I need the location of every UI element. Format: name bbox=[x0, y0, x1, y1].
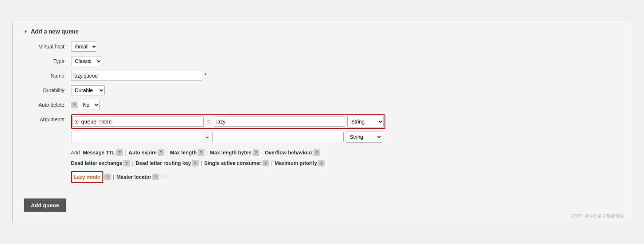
collapse-icon[interactable]: ▼ bbox=[24, 29, 28, 34]
name-label: Name: bbox=[24, 73, 71, 79]
hint-auto-expire[interactable]: Auto expire bbox=[129, 148, 157, 158]
dead-letter-exchange-help[interactable]: ? bbox=[123, 160, 130, 166]
hint-message-ttl[interactable]: Message TTL bbox=[83, 148, 115, 158]
arg-type-select-1[interactable]: String Number Boolean bbox=[347, 116, 384, 127]
add-label: Add bbox=[71, 148, 80, 158]
maximum-priority-help[interactable]: ? bbox=[318, 160, 325, 166]
name-row: Name: * bbox=[24, 71, 621, 81]
argument-row-1: = String Number Boolean bbox=[71, 114, 385, 129]
virtual-host-select[interactable]: /hmall bbox=[71, 42, 97, 52]
hint-max-length[interactable]: Max length bbox=[170, 148, 196, 158]
auto-expire-help[interactable]: ? bbox=[158, 149, 164, 156]
overflow-behaviour-help[interactable]: ? bbox=[313, 149, 320, 156]
hint-maximum-priority[interactable]: Maximum priority bbox=[274, 158, 317, 168]
hint-dead-letter-routing-key[interactable]: Dead letter routing key bbox=[136, 158, 191, 168]
max-length-bytes-help[interactable]: ? bbox=[253, 149, 259, 156]
type-select[interactable]: Classic Quorum bbox=[71, 56, 102, 66]
message-ttl-help[interactable]: ? bbox=[116, 149, 123, 156]
hints-row-1: Add Message TTL ? | Auto expire ? | Max … bbox=[71, 148, 385, 158]
auto-delete-row: Auto delete: ? No Yes bbox=[24, 100, 621, 110]
durability-label: Durability: bbox=[24, 87, 71, 93]
auto-delete-select[interactable]: No Yes bbox=[79, 100, 99, 110]
arg-val-input-1[interactable] bbox=[214, 117, 345, 127]
arguments-row: Arguments: = String Number Boolean bbox=[24, 114, 621, 185]
required-star: * bbox=[204, 72, 207, 79]
hint-max-length-bytes[interactable]: Max length bytes bbox=[210, 148, 251, 158]
single-active-consumer-help[interactable]: ? bbox=[262, 160, 269, 166]
lazy-mode-help[interactable]: ? bbox=[104, 174, 111, 180]
arguments-container: = String Number Boolean = String Number bbox=[71, 114, 385, 185]
type-label: Type: bbox=[24, 58, 71, 64]
add-queue-row: Add queue bbox=[24, 192, 621, 212]
durability-select[interactable]: Durable Transient bbox=[71, 85, 105, 95]
hint-lazy-mode[interactable]: Lazy mode bbox=[71, 171, 103, 183]
durability-row: Durability: Durable Transient bbox=[24, 85, 621, 95]
arg-eq-2: = bbox=[204, 134, 210, 140]
hints-area: Add Message TTL ? | Auto expire ? | Max … bbox=[71, 148, 385, 185]
arg-key-input-2[interactable] bbox=[71, 132, 202, 142]
arg-type-select-2[interactable]: String Number Boolean bbox=[346, 131, 382, 143]
master-locator-help[interactable]: ? bbox=[152, 174, 159, 180]
hints-row-2: Dead letter exchange ? | Dead letter rou… bbox=[71, 158, 385, 168]
hints-row-3: Lazy mode ? | Master locator ? ☞ bbox=[71, 169, 385, 185]
arg-val-input-2[interactable] bbox=[212, 132, 344, 142]
dead-letter-routing-key-help[interactable]: ? bbox=[192, 160, 199, 166]
hint-overflow-behaviour[interactable]: Overflow behaviour bbox=[265, 148, 312, 158]
add-queue-panel: ▼ Add a new queue Virtual host: /hmall T… bbox=[12, 21, 632, 223]
virtual-host-label: Virtual host: bbox=[24, 44, 71, 50]
max-length-help[interactable]: ? bbox=[198, 149, 204, 156]
section-title: ▼ Add a new queue bbox=[24, 28, 621, 35]
arguments-label: Arguments: bbox=[24, 114, 71, 122]
argument-row-2: = String Number Boolean bbox=[71, 131, 385, 143]
hint-dead-letter-exchange[interactable]: Dead letter exchange bbox=[71, 158, 122, 168]
section-title-text: Add a new queue bbox=[31, 28, 79, 35]
arg-eq-1: = bbox=[206, 119, 212, 125]
hint-single-active-consumer[interactable]: Single active consumer bbox=[204, 158, 261, 168]
cursor-icon: ☞ bbox=[159, 168, 170, 186]
type-row: Type: Classic Quorum bbox=[24, 56, 621, 66]
watermark: CSDN @你的名字加载错误 bbox=[571, 213, 624, 219]
add-queue-button[interactable]: Add queue bbox=[24, 198, 67, 212]
auto-delete-label: Auto delete: bbox=[24, 102, 71, 108]
auto-delete-help-icon[interactable]: ? bbox=[71, 102, 78, 108]
hint-master-locator[interactable]: Master locator bbox=[117, 172, 152, 182]
name-input[interactable] bbox=[71, 71, 202, 81]
virtual-host-row: Virtual host: /hmall bbox=[24, 42, 621, 52]
arg-key-input-1[interactable] bbox=[73, 117, 204, 127]
